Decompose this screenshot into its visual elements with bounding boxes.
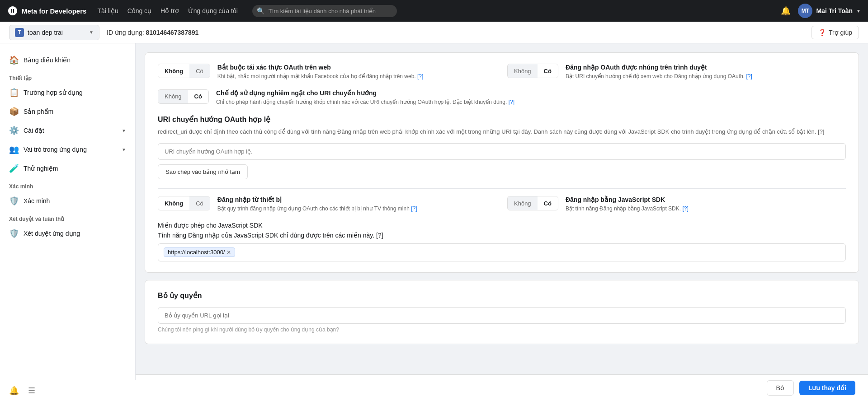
sidebar-use-cases-label: Trường hợp sử dụng xyxy=(24,89,126,96)
jssdk-domains-title: Miền được phép cho JavaScript SDK xyxy=(158,222,846,229)
force-reauth-btn[interactable]: Không Có xyxy=(158,64,210,78)
sidebar-test-label: Thử nghiệm xyxy=(24,165,126,172)
sidebar-products-label: Sản phẩm xyxy=(24,108,126,115)
force-reauth-title: Bắt buộc tái xác thực OAuth trên web xyxy=(217,64,424,71)
app-name: toan dep trai xyxy=(28,29,85,36)
device-login-off[interactable]: Không xyxy=(158,196,189,210)
device-login-toggle: Không Có Đăng nhập từ thiết bị Bật quy t… xyxy=(158,196,496,213)
embedded-login-help-link[interactable]: [?] xyxy=(746,73,752,79)
sidebar-compliance-section: Xét duyệt và tuân thủ xyxy=(0,210,135,224)
nav-right: 🔔 MT Mai Tri Toàn ▼ xyxy=(781,4,861,18)
device-login-info: Đăng nhập từ thiết bị Bật quy trình đăng… xyxy=(217,196,417,213)
deauth-section: Bỏ ủy quyền Chúng tôi nên ping gì khi ng… xyxy=(145,280,859,344)
domain-tag-remove[interactable]: ✕ xyxy=(226,249,231,256)
app-icon: T xyxy=(15,28,24,37)
top-navigation: Meta for Developers Tài liệu Công cụ Hỗ … xyxy=(0,0,868,22)
avatar: MT xyxy=(798,4,812,18)
uri-desc: redirect_uri được chỉ định theo cách thủ… xyxy=(158,127,846,136)
jssdk-domains-help-link[interactable]: [?] xyxy=(376,232,383,239)
device-login-help-link[interactable]: [?] xyxy=(411,205,417,212)
bell-icon[interactable]: 🔔 xyxy=(781,6,791,16)
embedded-login-on[interactable]: Có xyxy=(538,64,558,78)
sidebar-item-verify[interactable]: 🛡️ Xác minh xyxy=(0,191,135,210)
search-wrap: 🔍 xyxy=(252,5,397,17)
nav-tai-lieu[interactable]: Tài liệu xyxy=(97,7,118,14)
sidebar-settings-label: Cài đặt xyxy=(24,127,116,134)
sidebar-item-roles[interactable]: 👥 Vai trò trong ứng dụng ▼ xyxy=(0,140,135,159)
copy-button[interactable]: Sao chép vào bảng nhớ tạm xyxy=(158,164,248,179)
domain-tag-value: https://localhost:3000/ xyxy=(168,249,225,256)
nav-cong-cu[interactable]: Công cụ xyxy=(127,7,151,14)
products-icon: 📦 xyxy=(9,107,18,117)
force-reauth-desc: Khi bật, nhắc mọi người nhập mật khẩu Fa… xyxy=(217,73,424,80)
jssdk-login-btn[interactable]: Không Có xyxy=(507,196,558,210)
embedded-login-title: Đăng nhập OAuth được nhúng trên trình du… xyxy=(566,64,752,71)
strict-mode-btn[interactable]: Không Có xyxy=(158,89,209,104)
user-name: Mai Tri Toàn xyxy=(816,7,853,14)
sidebar-setup-section: Thiết lập xyxy=(0,70,135,83)
sidebar-app-review-label: Xét duyệt ứng dụng xyxy=(24,230,126,237)
jssdk-domains-input[interactable]: https://localhost:3000/ ✕ xyxy=(158,243,846,261)
strict-mode-help-link[interactable]: [?] xyxy=(509,99,514,105)
sub-header: T toan dep trai ▼ ID ứng dụng: 810146467… xyxy=(0,22,868,43)
nav-ho-tro[interactable]: Hỗ trợ xyxy=(160,7,179,14)
sidebar: 🏠 Bảng điều khiển Thiết lập 📋 Trường hợp… xyxy=(0,43,136,401)
nav-ung-dung[interactable]: Ứng dụng của tôi xyxy=(188,7,238,14)
roles-icon: 👥 xyxy=(9,145,18,154)
force-reauth-toggle: Không Có Bắt buộc tái xác thực OAuth trê… xyxy=(158,64,496,80)
sidebar-verify-label: Xác minh xyxy=(24,197,126,205)
jssdk-login-on[interactable]: Có xyxy=(538,196,558,210)
oauth-toggles-row1: Không Có Bắt buộc tái xác thực OAuth trê… xyxy=(158,64,846,80)
deauth-url-input[interactable] xyxy=(158,307,846,324)
settings-card: Không Có Bắt buộc tái xác thực OAuth trê… xyxy=(145,52,859,273)
chevron-down-icon: ▼ xyxy=(856,9,861,14)
user-profile[interactable]: MT Mai Tri Toàn ▼ xyxy=(798,4,861,18)
help-button[interactable]: ❓ Trợ giúp xyxy=(811,26,859,39)
logo[interactable]: Meta for Developers xyxy=(7,5,86,16)
app-icon-text: T xyxy=(18,30,21,35)
sidebar-item-dashboard[interactable]: 🏠 Bảng điều khiển xyxy=(0,51,135,70)
sidebar-item-settings[interactable]: ⚙️ Cài đặt ▼ xyxy=(0,121,135,140)
uri-input[interactable] xyxy=(158,143,846,160)
search-input[interactable] xyxy=(252,5,397,17)
device-jssdk-row: Không Có Đăng nhập từ thiết bị Bật quy t… xyxy=(158,196,846,213)
sidebar-item-use-cases[interactable]: 📋 Trường hợp sử dụng xyxy=(0,83,135,102)
device-login-btn[interactable]: Không Có xyxy=(158,196,210,210)
domain-tag: https://localhost:3000/ ✕ xyxy=(164,247,235,257)
sidebar-roles-label: Vai trò trong ứng dụng xyxy=(24,146,116,153)
jssdk-login-info: Đăng nhập bằng JavaScript SDK Bật tính n… xyxy=(566,196,689,213)
uri-title: URI chuyển hướng OAuth hợp lệ xyxy=(158,115,846,124)
force-reauth-off[interactable]: Không xyxy=(158,64,189,78)
strict-mode-on[interactable]: Có xyxy=(188,90,208,103)
help-label: Trợ giúp xyxy=(829,29,852,36)
strict-mode-desc: Chỉ cho phép hành động chuyển hướng khớp… xyxy=(216,98,514,106)
embedded-login-btn[interactable]: Không Có xyxy=(507,64,558,78)
avatar-initials: MT xyxy=(802,8,809,14)
uri-help-link[interactable]: [?] xyxy=(818,128,824,135)
device-login-on[interactable]: Có xyxy=(189,196,210,210)
jssdk-login-desc: Bật tính năng Đăng nhập bằng JavaScript … xyxy=(566,205,689,213)
strict-mode-title: Chế độ sử dụng nghiêm ngặt cho URI chuyể… xyxy=(216,89,514,97)
save-button[interactable]: Lưu thay đổi xyxy=(799,381,855,395)
embedded-login-off[interactable]: Không xyxy=(508,64,538,78)
dropdown-arrow-icon: ▼ xyxy=(89,30,94,35)
strict-mode-info: Chế độ sử dụng nghiêm ngặt cho URI chuyể… xyxy=(216,89,514,106)
force-reauth-info: Bắt buộc tái xác thực OAuth trên web Khi… xyxy=(217,64,424,80)
app-selector[interactable]: T toan dep trai ▼ xyxy=(9,25,99,40)
app-id-value: 810146467387891 xyxy=(146,29,199,36)
strict-mode-off[interactable]: Không xyxy=(158,90,188,103)
list-icon[interactable]: ☰ xyxy=(28,386,35,396)
page-layout: 🏠 Bảng điều khiển Thiết lập 📋 Trường hợp… xyxy=(0,43,868,401)
bottom-bar: Bỏ Lưu thay đổi xyxy=(136,374,868,401)
sidebar-item-test[interactable]: 🧪 Thử nghiệm xyxy=(0,159,135,178)
force-reauth-help-link[interactable]: [?] xyxy=(417,73,423,79)
sidebar-item-app-review[interactable]: 🛡️ Xét duyệt ứng dụng xyxy=(0,224,135,243)
discard-button[interactable]: Bỏ xyxy=(767,380,794,396)
jssdk-login-help-link[interactable]: [?] xyxy=(682,205,688,212)
jssdk-login-off[interactable]: Không xyxy=(508,196,538,210)
divider1 xyxy=(158,188,846,189)
sidebar-item-products[interactable]: 📦 Sản phẩm xyxy=(0,102,135,121)
force-reauth-on[interactable]: Có xyxy=(189,64,210,78)
notification-icon[interactable]: 🔔 xyxy=(9,386,19,396)
settings-arrow-icon: ▼ xyxy=(122,128,126,133)
